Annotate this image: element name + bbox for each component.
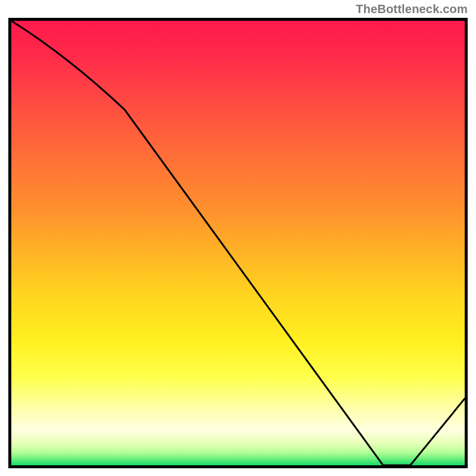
attribution-text: TheBottleneck.com — [356, 2, 468, 16]
chart-line-series — [11, 21, 465, 465]
chart-frame — [8, 18, 468, 468]
chart-svg — [11, 21, 465, 465]
